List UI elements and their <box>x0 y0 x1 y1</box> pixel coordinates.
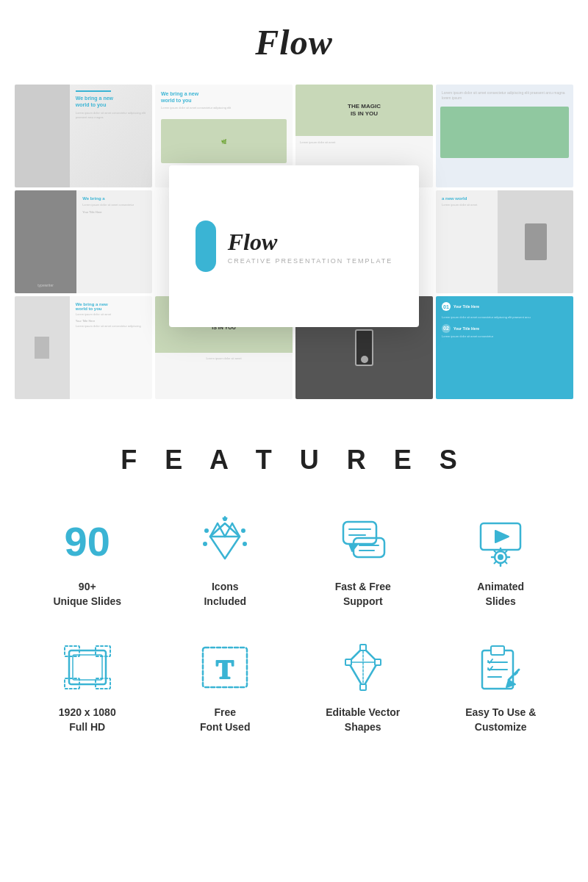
svg-point-23 <box>498 555 503 559</box>
svg-rect-13 <box>343 522 376 544</box>
svg-point-10 <box>204 542 207 545</box>
svg-rect-32 <box>69 650 106 684</box>
diamond-svg <box>199 516 251 567</box>
header: Flow <box>255 0 332 77</box>
diamond-icon <box>196 512 254 571</box>
font-icon: T <box>196 638 254 697</box>
featured-logo-pill <box>196 220 216 272</box>
chat-svg <box>337 516 389 567</box>
frame-icon <box>58 638 117 697</box>
feature-label-vector: Editable VectorShapes <box>326 706 400 734</box>
frame-svg <box>62 642 113 693</box>
svg-line-29 <box>505 562 507 564</box>
vector-svg <box>337 642 389 693</box>
chat-icon <box>334 512 392 571</box>
feature-customize: Easy To Use &Customize <box>436 631 567 742</box>
svg-rect-45 <box>360 684 366 690</box>
feature-animated: AnimatedSlides <box>436 505 567 616</box>
feature-label-fullhd: 1920 x 1080Full HD <box>59 706 116 734</box>
slide-thumb-5: typewriter We bring a Lorem ipsum dolor … <box>15 190 152 293</box>
features-grid: 90 90+Unique Slides <box>15 505 573 742</box>
video-svg <box>475 516 526 567</box>
svg-line-30 <box>505 551 507 553</box>
feature-support: Fast & FreeSupport <box>298 505 429 616</box>
preview-section: We bring a newworld to you Lorem ipsum d… <box>15 85 573 408</box>
slide-thumb-blue: 01 Your Title Here Lorem ipsum dolor sit… <box>436 296 573 399</box>
svg-rect-44 <box>375 659 381 665</box>
feature-label-customize: Easy To Use &Customize <box>465 706 536 734</box>
feature-fullhd: 1920 x 1080Full HD <box>22 631 153 742</box>
checklist-icon <box>471 638 530 697</box>
featured-subtitle: Creative Presentation Template <box>228 257 393 265</box>
checklist-svg <box>475 642 526 693</box>
featured-title: Flow <box>228 229 393 256</box>
slide-thumb-1: We bring a newworld to you Lorem ipsum d… <box>15 85 152 187</box>
number-90-icon: 90 <box>58 512 117 571</box>
svg-rect-42 <box>360 645 366 650</box>
featured-text: Flow Creative Presentation Template <box>228 229 393 265</box>
svg-line-31 <box>495 562 497 564</box>
feature-unique-slides: 90 90+Unique Slides <box>22 505 153 616</box>
svg-point-9 <box>243 542 246 545</box>
features-title: F E A T U R E S <box>15 445 573 476</box>
svg-rect-43 <box>345 659 351 665</box>
svg-point-8 <box>205 529 208 532</box>
feature-label-support: Fast & FreeSupport <box>335 580 391 609</box>
font-svg: T <box>199 642 251 693</box>
feature-icons-included: IconsIncluded <box>160 505 291 616</box>
feature-vector: Editable VectorShapes <box>298 631 429 742</box>
slide-thumb-4: Lorem ipsum dolor sit amet consectetur a… <box>436 85 573 187</box>
video-icon <box>471 512 530 571</box>
svg-rect-17 <box>354 538 384 557</box>
svg-rect-37 <box>73 655 102 680</box>
svg-marker-21 <box>495 531 509 542</box>
svg-point-7 <box>242 529 245 532</box>
feature-label-font: FreeFont Used <box>200 706 250 734</box>
slide-thumb-9: a new world Lorem ipsum dolor sit amet <box>436 190 573 293</box>
svg-line-28 <box>495 551 497 553</box>
featured-slide: Flow Creative Presentation Template <box>169 165 419 327</box>
svg-rect-47 <box>491 646 504 655</box>
feature-label-animated: AnimatedSlides <box>477 580 524 609</box>
page-wrapper: Flow We bring a newworld to you Lorem ip… <box>0 0 588 882</box>
feature-label-icons: IconsIncluded <box>204 580 246 609</box>
feature-font: T FreeFont Used <box>160 631 291 742</box>
featured-slide-inner: Flow Creative Presentation Template <box>196 220 393 272</box>
feature-label-unique-slides: 90+Unique Slides <box>53 580 121 609</box>
page-title: Flow <box>255 22 332 62</box>
features-section: F E A T U R E S 90 90+Unique Slides <box>15 423 573 756</box>
svg-text:T: T <box>216 655 234 684</box>
vector-icon <box>334 638 392 697</box>
slide-thumb-10: We bring a newworld to you Lorem ipsum d… <box>15 296 152 399</box>
